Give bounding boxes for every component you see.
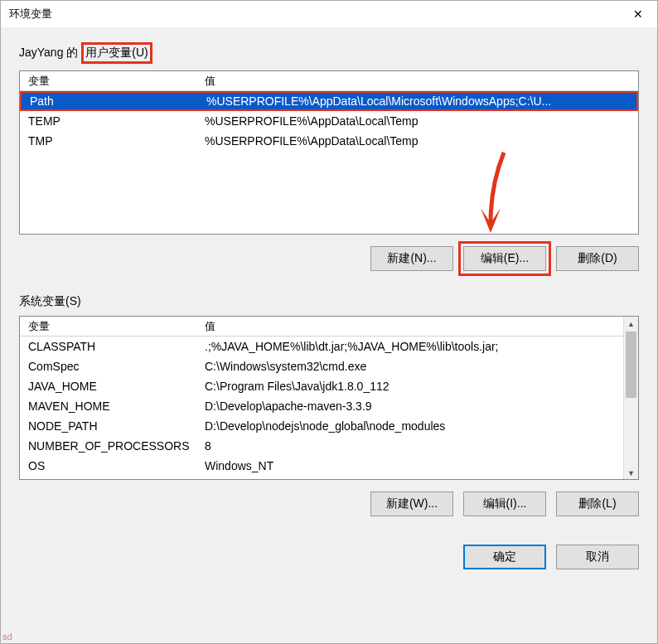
table-row[interactable]: CLASSPATH .;%JAVA_HOME%\lib\dt.jar;%JAVA…	[20, 337, 638, 356]
cell-var: MAVEN_HOME	[20, 399, 198, 413]
dialog-footer: 确定 取消	[1, 533, 657, 569]
system-vars-list[interactable]: 变量 值 CLASSPATH .;%JAVA_HOME%\lib\dt.jar;…	[19, 316, 639, 480]
user-prefix: JayYang 的	[19, 46, 78, 59]
table-row[interactable]: NODE_PATH D:\Develop\nodejs\node_global\…	[20, 416, 638, 436]
cell-var: NUMBER_OF_PROCESSORS	[20, 439, 198, 453]
edit-button[interactable]: 编辑(I)...	[463, 491, 546, 516]
user-vars-list[interactable]: 变量 值 Path %USERPROFILE%\AppData\Local\Mi…	[19, 70, 639, 235]
cell-var: NODE_PATH	[20, 419, 198, 433]
user-list-body: Path %USERPROFILE%\AppData\Local\Microso…	[20, 91, 638, 151]
ok-button[interactable]: 确定	[463, 545, 546, 569]
watermark: sd	[2, 632, 12, 642]
header-variable[interactable]: 变量	[20, 74, 198, 89]
scroll-up-icon[interactable]: ▲	[624, 317, 638, 332]
table-row[interactable]: TMP %USERPROFILE%\AppData\Local\Temp	[20, 131, 638, 151]
cell-val: D:\Develop\apache-maven-3.3.9	[198, 399, 638, 413]
cell-var: TMP	[20, 134, 198, 148]
delete-button[interactable]: 删除(L)	[556, 491, 639, 516]
scrollbar[interactable]: ▲ ▼	[623, 317, 638, 480]
header-variable[interactable]: 变量	[20, 319, 198, 334]
header-value[interactable]: 值	[198, 319, 638, 334]
close-icon[interactable]: ✕	[619, 1, 657, 27]
cell-var: JAVA_HOME	[20, 380, 198, 393]
cell-var: OS	[20, 459, 198, 472]
scroll-down-icon[interactable]: ▼	[624, 466, 638, 480]
content-area: JayYang 的 用户变量(U) 变量 值 Path %USERPROFILE…	[1, 27, 657, 533]
edit-button[interactable]: 编辑(E)...	[463, 246, 546, 271]
cell-var: Path	[22, 94, 200, 108]
table-row[interactable]: NUMBER_OF_PROCESSORS 8	[20, 436, 638, 456]
cell-var: TEMP	[20, 114, 198, 128]
window-title: 环境变量	[9, 7, 52, 22]
cell-val: %USERPROFILE%\AppData\Local\Temp	[198, 134, 638, 148]
table-row[interactable]: ComSpec C:\Windows\system32\cmd.exe	[20, 356, 638, 376]
system-list-header: 变量 值	[20, 317, 638, 337]
cell-var: ComSpec	[20, 360, 198, 373]
cell-val: C:\Program Files\Java\jdk1.8.0_112	[198, 380, 638, 393]
cell-val: 8	[198, 439, 638, 453]
system-list-body: CLASSPATH .;%JAVA_HOME%\lib\dt.jar;%JAVA…	[20, 337, 638, 476]
cell-val: C:\Windows\system32\cmd.exe	[198, 360, 638, 373]
user-list-header: 变量 值	[20, 71, 638, 91]
cell-val: %USERPROFILE%\AppData\Local\Microsoft\Wi…	[200, 94, 636, 108]
user-vars-label: JayYang 的 用户变量(U)	[19, 42, 639, 64]
new-button[interactable]: 新建(N)...	[370, 246, 453, 271]
table-row[interactable]: Path %USERPROFILE%\AppData\Local\Microso…	[20, 91, 638, 111]
env-vars-dialog: 环境变量 ✕ JayYang 的 用户变量(U) 变量 值 Path %USER…	[0, 0, 658, 644]
table-row[interactable]: MAVEN_HOME D:\Develop\apache-maven-3.3.9	[20, 396, 638, 416]
cell-val: Windows_NT	[198, 459, 638, 472]
user-vars-highlight: 用户变量(U)	[81, 42, 152, 64]
cell-var: CLASSPATH	[20, 340, 198, 353]
system-button-row: 新建(W)... 编辑(I)... 删除(L)	[19, 491, 639, 516]
cell-val: %USERPROFILE%\AppData\Local\Temp	[198, 114, 638, 128]
delete-button[interactable]: 删除(D)	[556, 246, 639, 271]
scroll-thumb[interactable]	[626, 332, 636, 398]
user-button-row: 新建(N)... 编辑(E)... 删除(D)	[19, 246, 639, 271]
table-row[interactable]: JAVA_HOME C:\Program Files\Java\jdk1.8.0…	[20, 376, 638, 396]
cell-val: .;%JAVA_HOME%\lib\dt.jar;%JAVA_HOME%\lib…	[198, 340, 638, 353]
cell-val: D:\Develop\nodejs\node_global\node_modul…	[198, 419, 638, 433]
table-row[interactable]: TEMP %USERPROFILE%\AppData\Local\Temp	[20, 111, 638, 131]
table-row[interactable]: OS Windows_NT	[20, 456, 638, 476]
titlebar: 环境变量 ✕	[1, 1, 657, 27]
header-value[interactable]: 值	[198, 74, 638, 89]
system-vars-label: 系统变量(S)	[19, 294, 639, 309]
new-button[interactable]: 新建(W)...	[370, 491, 453, 516]
cancel-button[interactable]: 取消	[556, 545, 639, 569]
